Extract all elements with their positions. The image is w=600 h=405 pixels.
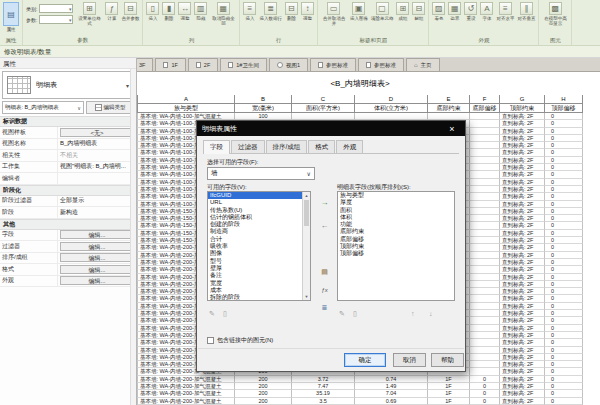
- cell-5[interactable]: [470, 186, 500, 193]
- cell-6[interactable]: 直到标高: 2F: [500, 237, 545, 244]
- cell-5[interactable]: [470, 222, 500, 229]
- cell-2[interactable]: 3.5: [292, 398, 355, 405]
- cell-6[interactable]: 直到标高: 2F: [500, 193, 545, 200]
- cell-6[interactable]: 直到标高: 2F: [500, 281, 545, 288]
- cell-7[interactable]: 0: [545, 171, 583, 178]
- cell-7[interactable]: 0: [545, 288, 583, 295]
- dialog-tab-字段[interactable]: 字段: [203, 140, 230, 154]
- cell-5[interactable]: [470, 120, 500, 127]
- cell-5[interactable]: [470, 266, 500, 273]
- property-value[interactable]: 新构造: [58, 207, 136, 218]
- cell-7[interactable]: 0: [545, 376, 583, 383]
- cell-5[interactable]: [470, 303, 500, 310]
- available-list-scrollbar[interactable]: ▲ ▼: [302, 192, 310, 300]
- combine-parameters-icon[interactable]: ≣: [317, 302, 332, 314]
- cell-7[interactable]: 0: [545, 274, 583, 281]
- edit-scheduled-field-icon[interactable]: ✎: [339, 310, 345, 318]
- column-letter-0[interactable]: A: [137, 95, 235, 104]
- chevron-down-icon[interactable]: ▾: [126, 82, 129, 89]
- ribbon-combo-0[interactable]: 类别:▾: [26, 4, 73, 13]
- cell-5[interactable]: 0: [470, 390, 500, 397]
- cell-7[interactable]: 0: [545, 310, 583, 317]
- cell-5[interactable]: [470, 310, 500, 317]
- cell-7[interactable]: 0: [545, 361, 583, 368]
- combine-parameters-button[interactable]: ⊟合并参数: [120, 1, 140, 22]
- cell-6[interactable]: 直到标高: 2F: [500, 368, 545, 375]
- cell-6[interactable]: 直到标高: 2F: [500, 339, 545, 346]
- cell-6[interactable]: 直到标高: 2F: [500, 201, 545, 208]
- cell-7[interactable]: 0: [545, 120, 583, 127]
- move-down-icon[interactable]: ↓: [429, 310, 433, 317]
- cell-3[interactable]: 0.69: [355, 398, 428, 405]
- cell-2[interactable]: 3.72: [292, 376, 355, 383]
- cell-7[interactable]: 0: [545, 215, 583, 222]
- cell-6[interactable]: 直到标高: 2F: [500, 274, 545, 281]
- cell-5[interactable]: [470, 128, 500, 135]
- cell-5[interactable]: 0: [470, 398, 500, 405]
- column-header-1[interactable]: 宽(毫米): [235, 104, 292, 113]
- cell-0[interactable]: 基本墙: WA-内墙-200-加气混凝土: [137, 383, 235, 390]
- close-icon[interactable]: ×: [444, 124, 460, 134]
- ribbon-combo-box[interactable]: ▾: [39, 15, 73, 24]
- property-section-header[interactable]: 标识数据^: [0, 116, 136, 127]
- cell-1[interactable]: 200: [235, 383, 292, 390]
- available-field-item[interactable]: 壁厚: [208, 265, 302, 272]
- available-field-item[interactable]: 宽度: [208, 280, 302, 287]
- cell-7[interactable]: 0: [545, 201, 583, 208]
- available-field-item[interactable]: 估计的钢筋体积: [208, 214, 302, 221]
- cell-5[interactable]: [470, 244, 500, 251]
- cell-6[interactable]: 直到标高: 2F: [500, 376, 545, 383]
- cell-6[interactable]: 直到标高: 2F: [500, 361, 545, 368]
- cell-5[interactable]: [470, 201, 500, 208]
- column-header-7[interactable]: 顶部偏移: [545, 104, 583, 113]
- cell-6[interactable]: 直到标高: 2F: [500, 398, 545, 405]
- cell-6[interactable]: 直到标高: 2F: [500, 347, 545, 354]
- cell-0[interactable]: 基本墙: WA-内墙-200-加气混凝土: [137, 390, 235, 397]
- cell-6[interactable]: 直到标高: 2F: [500, 135, 545, 142]
- property-value[interactable]: 不相关: [58, 150, 136, 161]
- cell-5[interactable]: [470, 193, 500, 200]
- property-value[interactable]: [58, 173, 136, 184]
- cell-6[interactable]: 直到标高: 2F: [500, 179, 545, 186]
- property-value[interactable]: 编辑...: [58, 264, 136, 275]
- cancel-button[interactable]: 取消: [393, 353, 426, 367]
- scheduled-field-item[interactable]: 底部偏移: [338, 236, 454, 243]
- cell-5[interactable]: [470, 354, 500, 361]
- new-parameter-icon[interactable]: ▤: [317, 266, 332, 278]
- cell-5[interactable]: [470, 259, 500, 266]
- cell-7[interactable]: 0: [545, 332, 583, 339]
- available-field-item[interactable]: 拆除的阶段: [208, 294, 302, 301]
- cell-0[interactable]: 基本墙: WA-内墙-200-加气混凝土: [137, 398, 235, 405]
- available-field-item[interactable]: IfcGUID: [208, 192, 302, 199]
- cell-5[interactable]: [470, 339, 500, 346]
- property-edit-button[interactable]: 编辑...: [60, 253, 134, 262]
- align-horizontal-button[interactable]: ≡对齐水平: [495, 1, 515, 22]
- property-value[interactable]: 编辑...: [58, 230, 136, 241]
- cell-5[interactable]: [470, 325, 500, 332]
- column-header-3[interactable]: 体积(立方米): [355, 104, 428, 113]
- scheduled-field-item[interactable]: 顶部约束: [338, 243, 454, 250]
- group-button[interactable]: ⊞成组: [395, 1, 410, 22]
- available-fields-list[interactable]: ▲ ▼ IfcGUIDURL传热系数(U)估计的钢筋体积创建的阶段制造商合计吸收…: [207, 191, 311, 301]
- cell-6[interactable]: 直到标高: 2F: [500, 288, 545, 295]
- format-unit-button[interactable]: ⊞设置单位格式: [75, 1, 103, 27]
- scheduled-fields-list[interactable]: 族与类型厚度面积体积功能底部约束底部偏移顶部约束顶部偏移: [337, 191, 455, 301]
- available-field-item[interactable]: 传热系数(U): [208, 207, 302, 214]
- cell-6[interactable]: 直到标高: 2F: [500, 383, 545, 390]
- cell-5[interactable]: [470, 295, 500, 302]
- cell-5[interactable]: 0: [470, 376, 500, 383]
- delete-row-button[interactable]: ⊟删除: [284, 1, 299, 22]
- scheduled-field-item[interactable]: 族与类型: [338, 192, 454, 199]
- cell-7[interactable]: 0: [545, 142, 583, 149]
- cell-0[interactable]: 基本墙: WA-内墙-200-加气混凝土: [137, 376, 235, 383]
- column-header-2[interactable]: 面积(平方米): [292, 104, 355, 113]
- view-tab-1F[interactable]: 1F: [155, 58, 185, 71]
- view-tab-参照标准[interactable]: 参照标准: [310, 58, 356, 71]
- cell-7[interactable]: 0: [545, 325, 583, 332]
- cell-7[interactable]: 0: [545, 164, 583, 171]
- borders-button[interactable]: ▦边界: [447, 1, 462, 22]
- property-value[interactable]: 视图"明细表: B_内墙明...: [58, 162, 136, 173]
- cell-5[interactable]: [470, 157, 500, 164]
- cell-5[interactable]: [470, 288, 500, 295]
- available-field-item[interactable]: 图像: [208, 250, 302, 257]
